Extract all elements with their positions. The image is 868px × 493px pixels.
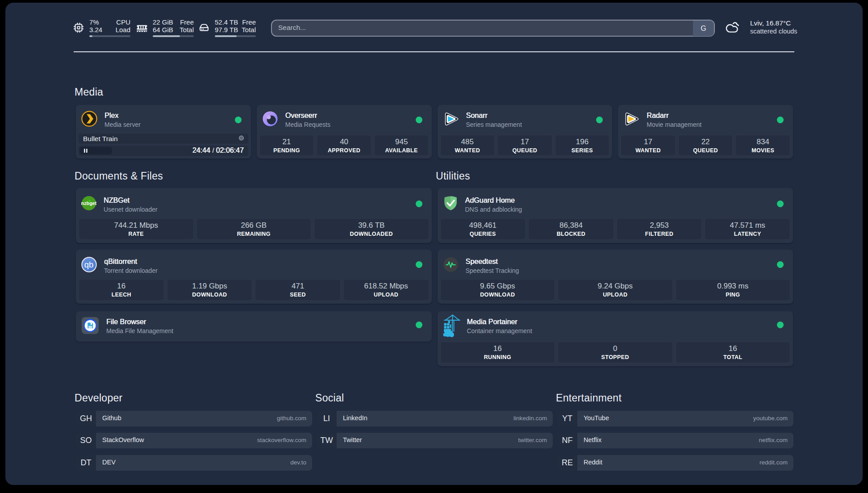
svg-text:nzbget: nzbget: [81, 201, 96, 206]
svg-text:qb: qb: [84, 260, 94, 269]
